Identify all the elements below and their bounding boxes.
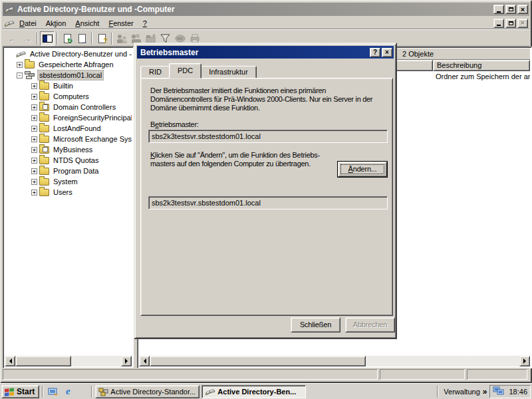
tree-item-mybusiness[interactable]: + MyBusiness <box>5 144 132 155</box>
scroll-left-button[interactable] <box>5 356 15 366</box>
minimize-button[interactable] <box>493 5 504 14</box>
forward-button: → <box>20 31 35 46</box>
tree-item-label: Users <box>52 188 74 197</box>
tree-item-domain-controllers[interactable]: + Domain Controllers <box>5 102 132 112</box>
tab-pdc[interactable]: PDC <box>169 63 201 78</box>
window-title: Active Directory-Benutzer und -Computer <box>17 5 492 14</box>
results-horizontal-scrollbar[interactable] <box>139 356 530 366</box>
toolbar-separator <box>91 33 92 45</box>
target-computer-field[interactable] <box>148 196 388 209</box>
toolbar-separator <box>37 33 38 45</box>
instruction-line1: Klicken Sie auf "Ändern", um die Funktio… <box>150 151 388 160</box>
tree-item-system[interactable]: + System <box>5 176 132 187</box>
tree-item-ntds-quotas[interactable]: + NTDS Quotas <box>5 155 132 166</box>
task-active-directory-benutzer[interactable]: Active Directory-Ben... <box>201 385 306 398</box>
expand-icon[interactable]: + <box>31 136 37 142</box>
chevron-icon[interactable]: » <box>483 387 487 396</box>
tree-horizontal-scrollbar[interactable] <box>5 356 132 366</box>
toolbar-separator <box>111 33 112 45</box>
tab-infrastruktur[interactable]: Infrastruktur <box>200 66 257 78</box>
refresh-button[interactable]: ↻ <box>60 31 74 46</box>
tree-item-root[interactable]: Active Directory-Benutzer und -Com <box>5 49 132 59</box>
tree-item-program-data[interactable]: + Program Data <box>5 166 132 176</box>
dialog-close-button[interactable]: × <box>382 48 392 57</box>
close-button[interactable]: × <box>517 5 528 14</box>
show-desktop-icon[interactable] <box>47 385 60 398</box>
system-tray: 18:46 <box>489 385 531 398</box>
verwaltung-toolbar: Verwaltung » <box>434 386 487 398</box>
menu-datei[interactable]: Datei <box>15 18 41 29</box>
folder-icon <box>39 178 49 186</box>
task-active-directory-standorte[interactable]: Active Directory-Standor... <box>95 385 200 398</box>
restore-button[interactable] <box>505 5 516 14</box>
verwaltung-label: Verwaltung <box>441 388 482 396</box>
tree-item-label: Gespeicherte Abfragen <box>37 60 115 69</box>
expand-icon[interactable]: + <box>17 62 23 68</box>
column-header-beschreibung[interactable]: Beschreibung <box>433 60 530 71</box>
tree-item-label: MyBusiness <box>52 145 94 154</box>
domain-icon <box>25 71 35 79</box>
focus-rectangle <box>340 164 384 174</box>
folder-icon <box>39 157 49 164</box>
scroll-right-button[interactable] <box>519 356 530 366</box>
tab-rid[interactable]: RID <box>140 66 170 78</box>
folder-icon <box>25 61 35 68</box>
mdi-restore-icon <box>509 21 513 25</box>
menu-aktion[interactable]: Aktion <box>41 18 71 29</box>
show-tree-icon <box>43 35 53 43</box>
tree-item-lostandfound[interactable]: + LostAndFound <box>5 123 132 134</box>
tree-item-microsoft-exchange-system[interactable]: + Microsoft Exchange System <box>5 134 132 144</box>
scroll-right-icon <box>125 358 130 364</box>
tree-item-label: Builtin <box>52 81 74 90</box>
tree-item-foreignsecurityprincipals[interactable]: + ForeignSecurityPrincipals <box>5 112 132 123</box>
expand-icon[interactable]: + <box>31 158 37 164</box>
menu-hilfe[interactable]: ? <box>138 18 152 29</box>
folder-icon <box>39 82 49 90</box>
mdi-restore-button[interactable] <box>505 19 516 28</box>
expand-icon[interactable]: + <box>31 115 37 121</box>
betriebsmaster-field[interactable] <box>148 130 388 143</box>
folder-icon <box>39 93 49 100</box>
scrollbar-thumb[interactable] <box>15 356 71 366</box>
collapse-icon[interactable]: - <box>17 72 23 78</box>
menu-ansicht[interactable]: Ansicht <box>70 18 104 29</box>
menu-fenster[interactable]: Fenster <box>104 18 138 29</box>
schliessen-button[interactable]: Schließen <box>291 317 340 332</box>
expand-icon[interactable]: + <box>31 190 37 196</box>
expand-icon[interactable]: + <box>31 104 37 110</box>
help-icon: ? <box>98 34 106 43</box>
folder-icon <box>39 125 49 132</box>
expand-icon[interactable]: + <box>31 83 37 89</box>
show-tree-button[interactable] <box>40 31 55 46</box>
scroll-left-icon <box>141 358 146 364</box>
menubar: Datei Aktion Ansicht Fenster ? × <box>3 17 529 29</box>
expand-icon[interactable]: + <box>31 179 37 185</box>
mdi-minimize-icon <box>497 25 501 26</box>
expand-icon[interactable]: + <box>31 147 37 153</box>
expand-icon[interactable]: + <box>31 94 37 100</box>
minimize-icon <box>497 11 501 13</box>
network-icon <box>493 386 505 396</box>
tree-item-computers[interactable]: + Computers <box>5 91 132 102</box>
console-tree-pane: Active Directory-Benutzer und -Com + Ges… <box>3 47 134 368</box>
tree-item-gespeicherte-abfragen[interactable]: + Gespeicherte Abfragen <box>5 59 132 70</box>
scrollbar-thumb[interactable] <box>150 356 366 366</box>
tree-item-label: Active Directory-Benutzer und -Com <box>29 49 132 59</box>
scroll-right-button[interactable] <box>121 356 132 366</box>
help-button[interactable]: ? <box>94 31 109 46</box>
tree-item-builtin[interactable]: + Builtin <box>5 80 132 91</box>
tree-item-sbstestdom01[interactable]: - sbstestdom01.local <box>5 70 132 80</box>
aendern-button[interactable]: Ändern... <box>338 162 387 177</box>
internet-explorer-icon[interactable]: e <box>61 385 74 398</box>
tree-item-label: Microsoft Exchange System <box>52 134 132 144</box>
start-button[interactable]: Start <box>1 385 39 398</box>
export-list-button[interactable]: → <box>74 31 89 46</box>
console-tree: Active Directory-Benutzer und -Com + Ges… <box>5 49 132 356</box>
dialog-help-button[interactable]: ? <box>370 48 380 57</box>
mdi-minimize-button[interactable] <box>493 19 504 28</box>
expand-icon[interactable]: + <box>31 126 37 132</box>
tree-item-users[interactable]: + Users <box>5 187 132 198</box>
expand-icon[interactable]: + <box>31 168 37 174</box>
scroll-left-button[interactable] <box>139 356 150 366</box>
windows-logo-icon <box>4 387 15 396</box>
